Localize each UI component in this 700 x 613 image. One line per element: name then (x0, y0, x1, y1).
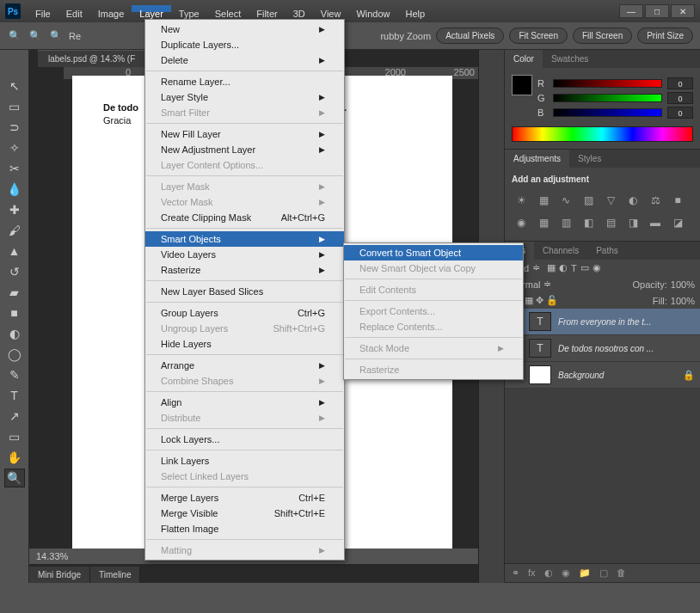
menu-edit[interactable]: Edit (58, 5, 90, 12)
zoom-tool[interactable]: 🔍 (4, 469, 25, 487)
crop-tool[interactable]: ✂ (4, 159, 25, 178)
menu-file[interactable]: File (28, 5, 58, 12)
exposure-icon[interactable]: ▨ (580, 193, 596, 208)
mixer-icon[interactable]: ▦ (536, 215, 551, 230)
paths-tab[interactable]: Paths (587, 242, 627, 260)
menu-item-smart-objects[interactable]: Smart Objects▶ (145, 231, 344, 247)
menu-item-layer-style[interactable]: Layer Style▶ (145, 89, 344, 105)
shape-tool[interactable]: ▭ (4, 427, 25, 446)
brush-tool[interactable]: 🖌 (4, 221, 25, 240)
fx-icon[interactable]: fx (528, 567, 536, 579)
history-brush-tool[interactable]: ↺ (4, 262, 25, 281)
menu-item-arrange[interactable]: Arrange▶ (145, 358, 344, 373)
hue-icon[interactable]: ◐ (625, 193, 641, 208)
b-value[interactable]: 0 (667, 107, 693, 119)
maximize-button[interactable]: □ (645, 4, 669, 18)
fill-screen-button[interactable]: Fill Screen (573, 28, 632, 44)
selective-icon[interactable]: ◪ (670, 215, 685, 230)
path-tool[interactable]: ↗ (4, 407, 25, 426)
threshold-icon[interactable]: ◨ (625, 215, 641, 230)
trash-icon[interactable]: 🗑 (617, 567, 626, 579)
foreground-swatch[interactable] (512, 75, 532, 95)
brightness-icon[interactable]: ☀ (513, 193, 529, 208)
zoom-in-icon[interactable]: 🔍 (28, 28, 43, 44)
color-spectrum[interactable] (512, 126, 693, 142)
menu-item-link-layers[interactable]: Link Layers (145, 453, 344, 469)
layer-row[interactable]: 👁TDe todos nosotros con ... (505, 335, 700, 362)
menu-item-new-layer-based-slices[interactable]: New Layer Based Slices (145, 284, 344, 299)
lookup-icon[interactable]: ▥ (558, 215, 574, 230)
print-size-button[interactable]: Print Size (637, 28, 693, 44)
menu-image[interactable]: Image (90, 5, 132, 12)
menu-item-duplicate-layers-[interactable]: Duplicate Layers... (145, 37, 344, 52)
fill-value[interactable]: 100% (671, 296, 695, 306)
pen-tool[interactable]: ✎ (4, 365, 25, 384)
menu-item-group-layers[interactable]: Group LayersCtrl+G (145, 305, 344, 321)
menu-item-new-adjustment-layer[interactable]: New Adjustment Layer▶ (145, 142, 344, 157)
styles-tab[interactable]: Styles (569, 150, 610, 168)
eraser-tool[interactable]: ▰ (4, 283, 25, 302)
menu-help[interactable]: Help (398, 5, 433, 12)
swatches-tab[interactable]: Swatches (543, 50, 597, 68)
opacity-value[interactable]: 100% (671, 279, 695, 290)
stamp-tool[interactable]: ▲ (4, 242, 25, 261)
document-tab[interactable]: labels.psd @ 14.3% (F (38, 50, 145, 67)
levels-icon[interactable]: ▦ (536, 193, 551, 208)
menu-item-flatten-image[interactable]: Flatten Image (145, 521, 344, 536)
r-slider[interactable] (553, 79, 662, 88)
bw-icon[interactable]: ■ (670, 193, 685, 208)
menu-window[interactable]: Window (348, 5, 397, 12)
menu-item-rename-layer-[interactable]: Rename Layer... (145, 74, 344, 89)
menu-filter[interactable]: Filter (249, 5, 285, 12)
hand-tool[interactable]: ✋ (4, 448, 25, 467)
wand-tool[interactable]: ✧ (4, 138, 25, 157)
r-value[interactable]: 0 (667, 77, 693, 89)
layer-row[interactable]: 👁Background🔒 (505, 362, 700, 389)
invert-icon[interactable]: ◧ (580, 215, 596, 230)
photo-filter-icon[interactable]: ◉ (513, 215, 529, 230)
actual-pixels-button[interactable]: Actual Pixels (436, 28, 504, 44)
gradient-map-icon[interactable]: ▬ (648, 215, 663, 230)
zoom-out-icon[interactable]: 🔍 (48, 28, 64, 44)
menu-item-rasterize[interactable]: Rasterize▶ (145, 262, 344, 278)
new-layer-icon[interactable]: ▢ (599, 567, 608, 579)
blur-tool[interactable]: ◐ (4, 324, 25, 343)
layer-row[interactable]: 👁TFrom everyone in the t... (505, 309, 700, 335)
menu-item-align[interactable]: Align▶ (145, 395, 344, 410)
menu-select[interactable]: Select (207, 5, 249, 12)
minimize-button[interactable]: — (619, 4, 643, 18)
fit-screen-button[interactable]: Fit Screen (509, 28, 568, 44)
color-tab[interactable]: Color (505, 50, 543, 68)
menu-item-hide-layers[interactable]: Hide Layers (145, 336, 344, 352)
adj-layer-icon[interactable]: ◉ (562, 567, 570, 579)
folder-icon[interactable]: 📁 (579, 567, 591, 579)
vibrance-icon[interactable]: ▽ (603, 193, 618, 208)
menu-item-lock-layers-[interactable]: Lock Layers... (145, 432, 344, 447)
menu-item-merge-layers[interactable]: Merge LayersCtrl+E (145, 490, 344, 506)
heal-tool[interactable]: ✚ (4, 200, 25, 219)
menu-item-new-fill-layer[interactable]: New Fill Layer▶ (145, 126, 344, 142)
curves-icon[interactable]: ∿ (558, 193, 574, 208)
b-slider[interactable] (553, 108, 662, 117)
mask-icon[interactable]: ◐ (544, 567, 553, 579)
gradient-tool[interactable]: ■ (4, 303, 25, 322)
zoom-level[interactable]: 14.33% (36, 551, 68, 561)
lasso-tool[interactable]: ⊃ (4, 118, 25, 137)
close-button[interactable]: ✕ (671, 4, 695, 18)
dodge-tool[interactable]: ◯ (4, 345, 25, 364)
menu-item-new[interactable]: New▶ (145, 21, 344, 37)
g-slider[interactable] (553, 94, 662, 102)
menu-item-delete[interactable]: Delete▶ (145, 52, 344, 68)
poster-icon[interactable]: ▤ (603, 215, 618, 230)
menu-item-convert-to-smart-object[interactable]: Convert to Smart Object (344, 245, 523, 261)
move-tool[interactable]: ↖ (4, 77, 25, 95)
mini-bridge-tab[interactable]: Mini Bridge (29, 567, 90, 583)
type-tool[interactable]: T (4, 386, 25, 405)
timeline-tab[interactable]: Timeline (90, 567, 140, 583)
adjustments-tab[interactable]: Adjustments (505, 150, 569, 168)
menu-view[interactable]: View (313, 5, 349, 12)
balance-icon[interactable]: ⚖ (648, 193, 663, 208)
g-value[interactable]: 0 (667, 92, 693, 104)
menu-type[interactable]: Type (171, 5, 207, 12)
menu-item-video-layers[interactable]: Video Layers▶ (145, 247, 344, 262)
